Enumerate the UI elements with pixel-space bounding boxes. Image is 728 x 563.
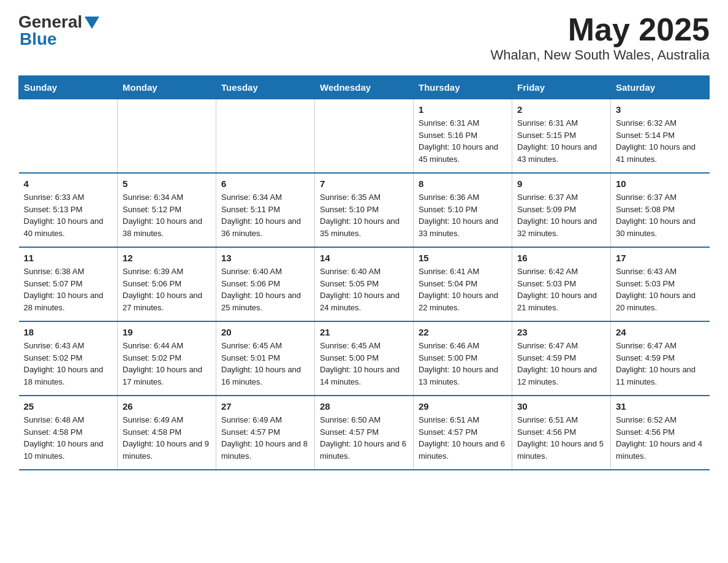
calendar-cell <box>118 99 216 174</box>
calendar-subtitle: Whalan, New South Wales, Australia <box>491 47 710 63</box>
day-info: Sunrise: 6:50 AM Sunset: 4:57 PM Dayligh… <box>320 414 408 462</box>
day-info: Sunrise: 6:49 AM Sunset: 4:57 PM Dayligh… <box>221 414 309 462</box>
day-info: Sunrise: 6:45 AM Sunset: 5:00 PM Dayligh… <box>320 340 408 388</box>
day-number: 3 <box>616 104 705 115</box>
day-info: Sunrise: 6:42 AM Sunset: 5:03 PM Dayligh… <box>517 266 605 313</box>
day-info: Sunrise: 6:52 AM Sunset: 4:56 PM Dayligh… <box>616 414 705 462</box>
calendar-cell: 18Sunrise: 6:43 AM Sunset: 5:02 PM Dayli… <box>19 321 118 396</box>
calendar-cell: 27Sunrise: 6:49 AM Sunset: 4:57 PM Dayli… <box>216 396 315 470</box>
calendar-cell: 25Sunrise: 6:48 AM Sunset: 4:58 PM Dayli… <box>19 396 118 470</box>
day-number: 16 <box>517 253 605 263</box>
day-info: Sunrise: 6:32 AM Sunset: 5:14 PM Dayligh… <box>616 117 705 165</box>
calendar-cell: 12Sunrise: 6:39 AM Sunset: 5:06 PM Dayli… <box>118 247 216 321</box>
day-number: 25 <box>24 401 113 412</box>
day-number: 2 <box>517 104 605 115</box>
day-info: Sunrise: 6:39 AM Sunset: 5:06 PM Dayligh… <box>123 266 211 313</box>
day-info: Sunrise: 6:34 AM Sunset: 5:11 PM Dayligh… <box>221 191 309 239</box>
logo: General Blue <box>18 12 99 49</box>
logo-blue: Blue <box>20 29 57 49</box>
header-wednesday: Wednesday <box>315 76 414 99</box>
calendar-table: SundayMondayTuesdayWednesdayThursdayFrid… <box>18 75 710 470</box>
day-info: Sunrise: 6:31 AM Sunset: 5:16 PM Dayligh… <box>419 117 507 165</box>
day-info: Sunrise: 6:37 AM Sunset: 5:09 PM Dayligh… <box>517 191 605 239</box>
day-number: 29 <box>419 401 507 412</box>
day-number: 15 <box>419 253 507 263</box>
calendar-cell <box>19 99 118 174</box>
day-number: 17 <box>616 253 705 263</box>
day-info: Sunrise: 6:31 AM Sunset: 5:15 PM Dayligh… <box>517 117 605 165</box>
calendar-cell: 26Sunrise: 6:49 AM Sunset: 4:58 PM Dayli… <box>118 396 216 470</box>
calendar-cell: 24Sunrise: 6:47 AM Sunset: 4:59 PM Dayli… <box>611 321 710 396</box>
day-info: Sunrise: 6:38 AM Sunset: 5:07 PM Dayligh… <box>24 266 113 313</box>
day-number: 10 <box>616 178 705 189</box>
day-number: 11 <box>24 253 113 263</box>
page-header: General Blue May 2025 Whalan, New South … <box>18 12 710 63</box>
calendar-cell: 1Sunrise: 6:31 AM Sunset: 5:16 PM Daylig… <box>414 99 512 174</box>
calendar-cell: 2Sunrise: 6:31 AM Sunset: 5:15 PM Daylig… <box>512 99 611 174</box>
day-info: Sunrise: 6:48 AM Sunset: 4:58 PM Dayligh… <box>24 414 113 462</box>
calendar-cell: 15Sunrise: 6:41 AM Sunset: 5:04 PM Dayli… <box>414 247 512 321</box>
calendar-cell: 23Sunrise: 6:47 AM Sunset: 4:59 PM Dayli… <box>512 321 611 396</box>
calendar-cell: 19Sunrise: 6:44 AM Sunset: 5:02 PM Dayli… <box>118 321 216 396</box>
day-info: Sunrise: 6:37 AM Sunset: 5:08 PM Dayligh… <box>616 191 705 239</box>
calendar-cell <box>216 99 315 174</box>
day-number: 20 <box>221 327 309 337</box>
calendar-cell: 6Sunrise: 6:34 AM Sunset: 5:11 PM Daylig… <box>216 173 315 247</box>
day-number: 24 <box>616 327 705 337</box>
header-tuesday: Tuesday <box>216 76 315 99</box>
day-number: 19 <box>123 327 211 337</box>
day-info: Sunrise: 6:47 AM Sunset: 4:59 PM Dayligh… <box>517 340 605 388</box>
day-number: 6 <box>221 178 309 189</box>
day-number: 5 <box>123 178 211 189</box>
day-number: 7 <box>320 178 408 189</box>
day-info: Sunrise: 6:45 AM Sunset: 5:01 PM Dayligh… <box>221 340 309 388</box>
calendar-cell: 21Sunrise: 6:45 AM Sunset: 5:00 PM Dayli… <box>315 321 414 396</box>
day-number: 12 <box>123 253 211 263</box>
calendar-cell: 13Sunrise: 6:40 AM Sunset: 5:06 PM Dayli… <box>216 247 315 321</box>
calendar-cell: 31Sunrise: 6:52 AM Sunset: 4:56 PM Dayli… <box>611 396 710 470</box>
title-block: May 2025 Whalan, New South Wales, Austra… <box>491 12 710 63</box>
day-info: Sunrise: 6:43 AM Sunset: 5:02 PM Dayligh… <box>24 340 113 388</box>
day-info: Sunrise: 6:35 AM Sunset: 5:10 PM Dayligh… <box>320 191 408 239</box>
day-number: 31 <box>616 401 705 412</box>
day-number: 14 <box>320 253 408 263</box>
calendar-cell: 8Sunrise: 6:36 AM Sunset: 5:10 PM Daylig… <box>414 173 512 247</box>
calendar-cell: 11Sunrise: 6:38 AM Sunset: 5:07 PM Dayli… <box>19 247 118 321</box>
day-info: Sunrise: 6:40 AM Sunset: 5:05 PM Dayligh… <box>320 266 408 313</box>
day-number: 27 <box>221 401 309 412</box>
calendar-cell: 7Sunrise: 6:35 AM Sunset: 5:10 PM Daylig… <box>315 173 414 247</box>
day-info: Sunrise: 6:41 AM Sunset: 5:04 PM Dayligh… <box>419 266 507 313</box>
calendar-cell: 17Sunrise: 6:43 AM Sunset: 5:03 PM Dayli… <box>611 247 710 321</box>
calendar-cell: 10Sunrise: 6:37 AM Sunset: 5:08 PM Dayli… <box>611 173 710 247</box>
calendar-cell: 5Sunrise: 6:34 AM Sunset: 5:12 PM Daylig… <box>118 173 216 247</box>
day-number: 28 <box>320 401 408 412</box>
calendar-cell: 29Sunrise: 6:51 AM Sunset: 4:57 PM Dayli… <box>414 396 512 470</box>
day-number: 1 <box>419 104 507 115</box>
day-number: 30 <box>517 401 605 412</box>
day-info: Sunrise: 6:40 AM Sunset: 5:06 PM Dayligh… <box>221 266 309 313</box>
day-info: Sunrise: 6:51 AM Sunset: 4:57 PM Dayligh… <box>419 414 507 462</box>
day-info: Sunrise: 6:43 AM Sunset: 5:03 PM Dayligh… <box>616 266 705 313</box>
calendar-week-row: 1Sunrise: 6:31 AM Sunset: 5:16 PM Daylig… <box>19 99 710 174</box>
calendar-cell: 9Sunrise: 6:37 AM Sunset: 5:09 PM Daylig… <box>512 173 611 247</box>
calendar-cell: 3Sunrise: 6:32 AM Sunset: 5:14 PM Daylig… <box>611 99 710 174</box>
calendar-cell: 16Sunrise: 6:42 AM Sunset: 5:03 PM Dayli… <box>512 247 611 321</box>
day-number: 21 <box>320 327 408 337</box>
day-number: 8 <box>419 178 507 189</box>
day-number: 18 <box>24 327 113 337</box>
calendar-cell: 20Sunrise: 6:45 AM Sunset: 5:01 PM Dayli… <box>216 321 315 396</box>
header-monday: Monday <box>118 76 216 99</box>
calendar-week-row: 25Sunrise: 6:48 AM Sunset: 4:58 PM Dayli… <box>19 396 710 470</box>
day-info: Sunrise: 6:34 AM Sunset: 5:12 PM Dayligh… <box>123 191 211 239</box>
calendar-cell: 30Sunrise: 6:51 AM Sunset: 4:56 PM Dayli… <box>512 396 611 470</box>
header-sunday: Sunday <box>19 76 118 99</box>
header-thursday: Thursday <box>414 76 512 99</box>
calendar-cell <box>315 99 414 174</box>
day-number: 9 <box>517 178 605 189</box>
day-info: Sunrise: 6:33 AM Sunset: 5:13 PM Dayligh… <box>24 191 113 239</box>
calendar-header-row: SundayMondayTuesdayWednesdayThursdayFrid… <box>19 76 710 99</box>
day-info: Sunrise: 6:36 AM Sunset: 5:10 PM Dayligh… <box>419 191 507 239</box>
day-info: Sunrise: 6:46 AM Sunset: 5:00 PM Dayligh… <box>419 340 507 388</box>
calendar-cell: 4Sunrise: 6:33 AM Sunset: 5:13 PM Daylig… <box>19 173 118 247</box>
day-number: 4 <box>24 178 113 189</box>
